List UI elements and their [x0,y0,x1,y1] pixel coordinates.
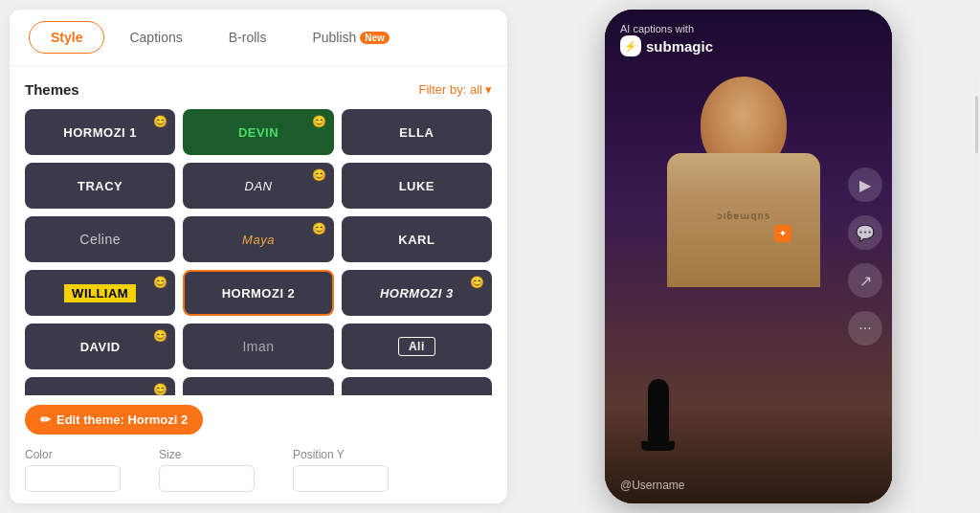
emoji-icon: 😊 [470,276,484,289]
emoji-icon: 😊 [312,222,326,235]
theme-card-maya[interactable]: 😊 Maya [183,216,333,262]
shirt-logo-icon: ✦ [774,225,791,242]
theme-card-luke[interactable]: LUKE [342,163,492,209]
username: @Username [620,479,685,492]
theme-card-tracy[interactable]: TRACY [25,163,175,209]
new-badge: New [360,32,390,44]
emoji-icon: 😊 [312,115,326,128]
theme-card-karl[interactable]: KARL [342,216,492,262]
submagic-logo-icon: ⚡ [624,40,637,53]
filter-label: Filter by: all [419,82,482,97]
theme-label: Umi [247,393,271,396]
themes-title: Themes [25,81,79,98]
color-label: Color [25,448,121,461]
edit-icon: ✏ [40,413,51,427]
emoji-icon: 😊 [153,329,167,343]
theme-label: DAVID [80,340,121,354]
theme-label: KARL [398,233,434,247]
filter-button[interactable]: Filter by: all ▾ [419,82,492,97]
emoji-icon: 😊 [153,383,167,395]
shirt-logo-text: ɔıɓɐɯqns [717,211,771,221]
edit-theme-label: Edit theme: Hormozi 2 [56,413,188,427]
tab-publish[interactable]: Publish New [291,22,410,53]
position-y-label: Position Y [293,448,389,461]
microphone [648,379,669,446]
theme-card-hormozi1[interactable]: 😊 HORMOZI 1 [25,109,175,155]
theme-label: Ali [398,337,435,356]
more-icon[interactable]: ··· [848,311,882,346]
tab-brolls[interactable]: B-rolls [208,22,288,53]
edit-theme-button[interactable]: ✏ Edit theme: Hormozi 2 [25,405,203,435]
share-icon[interactable]: ↗ [848,263,882,298]
bottom-controls: Color Size Position Y [10,440,507,503]
play-icon[interactable]: ▶ [848,167,882,202]
theme-card-dan[interactable]: 😊 DAN [183,163,333,209]
position-y-control: Position Y [293,448,389,492]
microphone-base [641,441,675,451]
phone-frame: ɔıɓɐɯqns ✦ AI captions with ⚡ submagic [605,10,892,503]
theme-label: DAN [245,179,273,193]
emoji-icon: 😊 [153,276,167,289]
themes-area: Themes Filter by: all ▾ 😊 HORMOZI 1 😊 DE… [10,66,507,395]
theme-card-william[interactable]: 😊 WILLIAM [25,270,175,316]
size-input[interactable] [159,465,255,492]
submagic-logo: ⚡ [620,35,641,56]
theme-card-beast[interactable]: 😊 BEAST [25,377,175,395]
theme-label: Maya [242,233,275,247]
theme-label: DEVIN [238,125,278,140]
ai-caption-text: AI captions with [620,23,713,35]
theme-card-ella[interactable]: ELLA [342,109,492,155]
theme-label: Iman [242,339,274,354]
theme-card-david[interactable]: 😊 DAVID [25,323,175,369]
themes-header: Themes Filter by: all ▾ [25,81,492,98]
emoji-icon: 😊 [312,168,326,182]
tab-bar: Style Captions B-rolls Publish New [10,10,507,66]
theme-label: HORMOZI 1 [63,125,137,140]
submagic-name: submagic [646,38,713,55]
theme-label: ELLA [399,125,434,140]
comment-icon[interactable]: 💬 [848,215,882,250]
theme-card-devin[interactable]: 😊 DEVIN [183,109,333,155]
left-panel: Style Captions B-rolls Publish New Theme… [10,10,507,503]
publish-label: Publish [312,30,356,45]
person-area: ɔıɓɐɯqns ✦ [643,57,844,456]
themes-grid: 😊 HORMOZI 1 😊 DEVIN ELLA TRACY 😊 DAN LUK… [25,109,492,395]
theme-card-ali[interactable]: Ali [342,323,492,369]
emoji-icon: 😊 [153,115,167,128]
theme-label: BEAST [77,392,124,395]
theme-label: HORMOZI 2 [222,286,296,301]
theme-label: LUKE [399,179,434,193]
theme-card-noah[interactable]: NOAH [342,377,492,395]
side-icons: ▶ 💬 ↗ ··· [848,167,882,346]
theme-label: HORMOZI 3 [380,286,454,301]
phone-video: ɔıɓɐɯqns ✦ AI captions with ⚡ submagic [605,10,892,503]
theme-label: TRACY [78,179,122,193]
color-input[interactable] [25,465,121,492]
theme-card-iman[interactable]: Iman [183,323,333,369]
position-y-input[interactable] [293,465,389,492]
size-label: Size [159,448,255,461]
theme-label: Celine [79,232,121,247]
theme-card-hormozi2[interactable]: HORMOZI 2 [183,270,333,316]
theme-card-hormozi3[interactable]: 😊 HORMOZI 3 [342,270,492,316]
theme-card-umi[interactable]: Umi [183,377,333,395]
theme-card-celine[interactable]: Celine [25,216,175,262]
theme-label: NOAH [396,392,437,395]
submagic-badge: AI captions with ⚡ submagic [620,23,713,56]
chevron-down-icon: ▾ [485,82,492,97]
right-panel: ɔıɓɐɯqns ✦ AI captions with ⚡ submagic [517,0,980,513]
tab-style[interactable]: Style [29,21,104,54]
tab-captions[interactable]: Captions [108,22,203,53]
theme-label: WILLIAM [64,284,136,302]
color-control: Color [25,448,121,492]
size-control: Size [159,448,255,492]
